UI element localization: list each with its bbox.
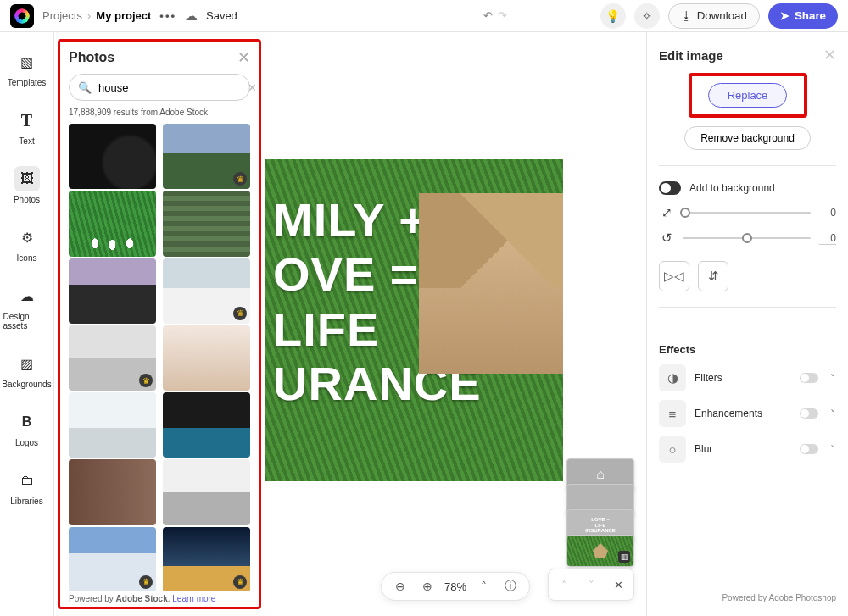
photo-thumb[interactable] (69, 124, 156, 189)
flip-h-icon: ▷◁ (664, 269, 684, 284)
photos-grid: ♛ ♛ ♛ ♛ ♛ (69, 124, 250, 591)
inspiration-button[interactable]: 💡 (600, 3, 626, 29)
app-logo[interactable] (10, 4, 34, 28)
photos-icon: 🖼 (14, 166, 40, 191)
page-nav: ˄ ˅ ✕ (548, 569, 634, 601)
panel-footer: Powered by Adobe Photoshop (659, 585, 836, 602)
redo-icon[interactable]: ↷ (498, 9, 507, 22)
artboard-text[interactable]: MILY + OVE = LIFE URANCE (273, 193, 482, 412)
photos-title: Photos (69, 50, 114, 65)
rotate-icon: ↺ (659, 230, 674, 246)
rail-backgrounds[interactable]: ▨ Backgrounds (3, 346, 51, 394)
rotate-slider[interactable]: ↺ 0 (659, 230, 836, 246)
rail-design-assets[interactable]: ☁ Design assets (3, 278, 51, 336)
chevron-down-icon[interactable]: ˅ (830, 372, 836, 385)
rotate-value: 0 (819, 232, 836, 245)
share-label: Share (795, 9, 826, 22)
photo-thumb[interactable]: ♛ (69, 527, 156, 591)
zoom-out-icon: ⊖ (395, 580, 405, 593)
cloud-icon: ☁ (185, 8, 198, 24)
undo-icon[interactable]: ↶ (483, 9, 493, 22)
photo-thumb[interactable]: ♛ (69, 325, 156, 391)
canvas[interactable]: MILY + OVE = LIFE URANCE N ⌂ LOVE = LIFE… (265, 32, 646, 616)
photo-thumb[interactable] (163, 459, 250, 524)
close-icon[interactable]: ✕ (823, 46, 836, 64)
photos-search[interactable]: 🔍 ✕ (69, 74, 250, 101)
rail-label: Icons (17, 253, 37, 263)
rail-libraries[interactable]: 🗀 Libraries (3, 463, 51, 511)
more-menu-icon[interactable]: ••• (159, 9, 176, 22)
learn-more-link[interactable]: Learn more (172, 594, 215, 603)
try-premium-button[interactable]: ✧ (634, 3, 660, 29)
flip-horizontal-button[interactable]: ▷◁ (659, 261, 689, 291)
add-to-background-toggle[interactable]: Add to background (659, 181, 836, 195)
close-icon[interactable]: ✕ (237, 48, 250, 67)
photo-thumb[interactable] (163, 392, 250, 458)
effect-row-blur[interactable]: ○ Blur ˅ (659, 436, 836, 463)
filters-icon: ◑ (659, 364, 686, 391)
rail-templates[interactable]: ▧ Templates (3, 44, 51, 92)
zoom-info-button[interactable]: ⓘ (500, 576, 521, 597)
top-header: Projects › My project ••• ☁ Saved ↶ ↷ 💡 … (0, 0, 848, 32)
rail-logos[interactable]: B Logos (3, 404, 51, 452)
share-button[interactable]: ➤ Share (768, 3, 838, 29)
rail-photos[interactable]: 🖼 Photos (3, 161, 51, 209)
send-icon: ➤ (780, 9, 789, 22)
effect-row-enhancements[interactable]: ≡ Enhancements ˅ (659, 400, 836, 427)
photo-thumb[interactable]: ♛ (163, 527, 250, 591)
photos-panel: Photos ✕ 🔍 ✕ 17,888,909 results from Ado… (58, 39, 261, 609)
icons-icon: ⚙ (14, 225, 40, 250)
clear-search-icon[interactable]: ✕ (248, 81, 257, 94)
premium-icon: ♛ (233, 307, 247, 320)
info-icon: ⓘ (505, 579, 516, 594)
replace-button[interactable]: Replace (708, 83, 788, 108)
chevron-up-icon: ˄ (561, 579, 567, 591)
premium-icon: ♛ (139, 575, 153, 589)
effect-label: Enhancements (695, 408, 791, 419)
photo-thumb[interactable] (163, 325, 250, 391)
download-label: Download (697, 9, 747, 22)
remove-background-button[interactable]: Remove background (684, 126, 811, 150)
resize-value: 0 (819, 207, 836, 219)
breadcrumb-root[interactable]: Projects (42, 9, 82, 22)
effect-toggle[interactable] (800, 444, 818, 454)
flip-vertical-button[interactable]: ⇵ (698, 261, 728, 291)
zoom-out-button[interactable]: ⊖ (390, 576, 410, 597)
effect-toggle[interactable] (800, 373, 818, 383)
effect-toggle[interactable] (800, 408, 818, 419)
resize-icon: ⤢ (659, 205, 674, 220)
left-rail: ▧ Templates T Text 🖼 Photos ⚙ Icons ☁ De… (0, 32, 54, 616)
photo-thumb[interactable] (69, 459, 156, 524)
resize-slider[interactable]: ⤢ 0 (659, 205, 836, 220)
photo-thumb[interactable] (163, 191, 250, 256)
photo-thumb[interactable]: ♛ (163, 124, 250, 189)
rail-text[interactable]: T Text (3, 103, 51, 151)
photo-thumb[interactable]: ♛ (163, 258, 250, 324)
zoom-menu-button[interactable]: ˄ (473, 576, 494, 597)
page-close-button[interactable]: ✕ (606, 573, 630, 597)
zoom-in-button[interactable]: ⊕ (417, 576, 438, 597)
effect-label: Blur (695, 443, 791, 455)
photo-thumb[interactable] (69, 392, 156, 458)
panel-title: Edit image (659, 48, 723, 63)
search-input[interactable] (97, 80, 243, 95)
effect-row-filters[interactable]: ◑ Filters ˅ (659, 364, 836, 391)
page-thumb[interactable]: ▥ (566, 535, 634, 567)
artboard[interactable]: MILY + OVE = LIFE URANCE N (265, 159, 563, 481)
download-button[interactable]: ⭳ Download (668, 3, 760, 29)
breadcrumb-project[interactable]: My project (96, 9, 151, 22)
photo-thumb[interactable] (69, 191, 156, 256)
chevron-down-icon[interactable]: ˅ (830, 408, 836, 420)
page-down-button[interactable]: ˅ (579, 573, 603, 597)
rail-icons[interactable]: ⚙ Icons (3, 219, 51, 268)
page-up-button[interactable]: ˄ (552, 573, 576, 597)
photo-thumb[interactable] (69, 258, 156, 324)
toggle-label: Add to background (689, 182, 775, 194)
replace-highlight: Replace (689, 73, 807, 118)
libraries-icon: 🗀 (14, 468, 40, 493)
design-assets-icon: ☁ (14, 283, 40, 308)
rail-label: Templates (8, 78, 47, 87)
page-thumbnails: ⌂ LOVE = LIFE INSURANCE ▥ (566, 465, 634, 567)
blur-icon: ○ (659, 436, 686, 463)
chevron-down-icon[interactable]: ˅ (830, 443, 836, 456)
